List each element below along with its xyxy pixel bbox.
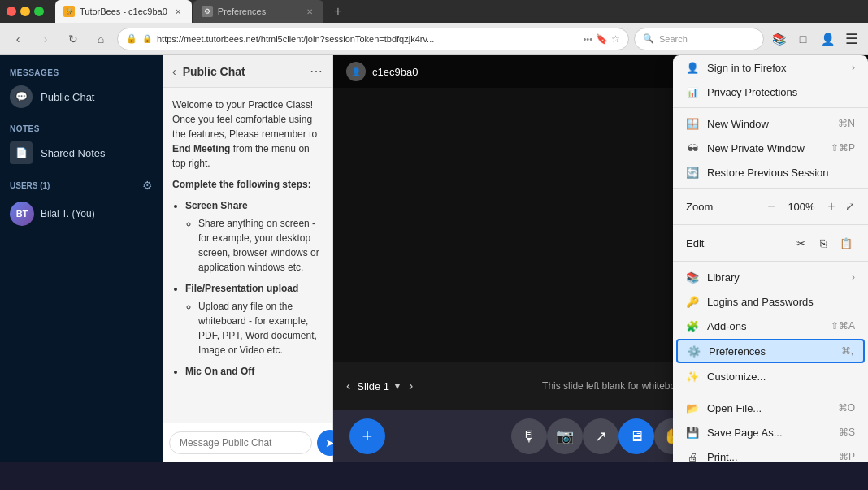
library-icon[interactable]: 📚 [769,29,788,49]
edit-controls: ✂ ⎘ 📋 [792,234,855,252]
menu-item-save-page[interactable]: 💾 Save Page As... ⌘S [673,420,868,444]
zoom-in-button[interactable]: + [822,197,840,215]
menu-item-library[interactable]: 📚 Library › [673,265,868,289]
chat-header-left: ‹ Public Chat [172,65,245,78]
chat-title: Public Chat [183,65,245,78]
save-page-label: Save Page As... [707,427,783,439]
video-user-icon: 👤 [346,62,366,81]
menu-item-private-window[interactable]: 🕶 New Private Window ⇧⌘P [673,136,868,160]
url-icons: ••• 🔖 ☆ [583,33,620,45]
menu-item-new-window-left: 🪟 New Window [686,117,769,130]
users-section-title: USERS (1) [10,181,50,190]
users-header: USERS (1) ⚙ [0,174,163,197]
traffic-lights [7,7,44,16]
steps-title: Complete the following steps: [172,177,323,192]
url-more-icon[interactable]: ••• [583,34,592,44]
zoom-expand-icon[interactable]: ⤢ [845,200,855,213]
screenshare-button[interactable]: ↗ [583,418,618,454]
menu-item-signin[interactable]: 👤 Sign in to Firefox › [673,55,868,80]
tab-preferences[interactable]: ⚙ Preferences ✕ [193,0,323,23]
chat-input[interactable] [169,431,312,454]
zoom-controls: − 100% + ⤢ [762,197,855,215]
zoom-label-left: Zoom [686,201,713,213]
star-icon[interactable]: ☆ [611,33,620,45]
menu-item-restore[interactable]: 🔄 Restore Previous Session [673,160,868,184]
profile-icon[interactable]: 👤 [818,29,837,49]
mic-button[interactable]: 🎙 [511,418,547,454]
chat-back-icon[interactable]: ‹ [172,65,176,78]
chat-options-icon[interactable]: ⋯ [310,63,323,79]
add-button[interactable]: + [349,418,385,454]
menu-item-print[interactable]: 🖨 Print... ⌘P [673,444,868,462]
sidebar-item-public-chat[interactable]: 💬 Public Chat [0,80,163,113]
slide-prev-arrow[interactable]: ‹ [346,379,350,393]
menu-icon[interactable]: ☰ [842,29,861,49]
list-item-screen-share: Screen Share Share anything on screen - … [185,198,323,275]
tab-title-tutorbees: TutorBees - c1ec9ba0 [80,7,167,16]
divider-5 [673,392,868,392]
tab-tutorbees[interactable]: 🐝 TutorBees - c1ec9ba0 ✕ [55,0,192,23]
bookmark-icon[interactable]: 🔖 [596,33,608,45]
back-button[interactable]: ‹ [7,28,29,50]
minimize-button[interactable] [20,7,30,16]
menu-item-private-window-left: 🕶 New Private Window [686,141,805,154]
open-file-shortcut: ⌘O [838,402,855,414]
notes-section-title: NOTES [10,124,153,133]
signin-icon: 👤 [686,61,699,74]
camera-button[interactable]: 📷 [547,418,583,454]
cut-button[interactable]: ✂ [792,234,809,252]
open-file-label: Open File... [707,402,762,414]
private-window-shortcut: ⇧⌘P [831,142,855,154]
addons-shortcut: ⇧⌘A [831,320,855,332]
zoom-out-button[interactable]: − [762,197,780,215]
search-bar[interactable]: 🔍 Search [634,28,764,50]
home-button[interactable]: ⌂ [89,28,112,50]
list-item-file-upload-detail: Upload any file on the whiteboard - for … [198,299,323,358]
slide-dropdown-icon[interactable]: ▼ [393,380,402,392]
print-icon: 🖨 [686,450,699,462]
menu-item-logins[interactable]: 🔑 Logins and Passwords [673,289,868,314]
menu-item-customize[interactable]: ✨ Customize... [673,364,868,388]
search-placeholder: Search [659,34,688,44]
reload-button[interactable]: ↻ [62,28,85,50]
restore-label: Restore Previous Session [707,167,829,179]
logins-icon: 🔑 [686,295,699,308]
user-item-bilal: BT Bilal T. (You) [0,197,163,231]
tab-close-tutorbees[interactable]: ✕ [172,6,184,17]
url-text: https://meet.tutorbees.net/html5client/j… [157,34,578,44]
restore-icon: 🔄 [686,166,699,179]
divider-2 [673,188,868,189]
menu-item-open-file[interactable]: 📂 Open File... ⌘O [673,396,868,420]
open-file-icon: 📂 [686,401,699,414]
slide-next-arrow[interactable]: › [409,379,413,393]
new-tab-button[interactable]: + [327,0,349,23]
divider-3 [673,224,868,225]
session-id: c1ec9ba0 [372,66,418,78]
copy-button[interactable]: ⎘ [814,234,832,252]
menu-item-addons[interactable]: 🧩 Add-ons ⇧⌘A [673,314,868,338]
main-content: MESSAGES 💬 Public Chat NOTES 📄 Shared No… [0,55,868,462]
menu-item-library-left: 📚 Library [686,271,740,284]
pocket-icon[interactable]: □ [793,29,813,49]
paste-button[interactable]: 📋 [837,234,855,252]
tab-close-preferences[interactable]: ✕ [304,6,315,17]
presentation-button[interactable]: 🖥 [618,418,654,454]
menu-item-open-file-left: 📂 Open File... [686,401,762,414]
maximize-button[interactable] [34,7,44,16]
menu-item-new-window[interactable]: 🪟 New Window ⌘N [673,111,868,136]
close-button[interactable] [7,7,16,16]
save-page-icon: 💾 [686,426,699,439]
menu-item-customize-left: ✨ Customize... [686,370,766,383]
chat-input-area: ➤ [163,423,332,462]
customize-label: Customize... [707,371,766,383]
menu-item-preferences[interactable]: ⚙️ Preferences ⌘, [676,339,865,363]
signin-arrow: › [852,62,855,73]
settings-icon[interactable]: ⚙ [142,179,153,192]
https-icon: 🔒 [142,34,152,43]
sidebar-item-shared-notes[interactable]: 📄 Shared Notes [0,137,163,169]
menu-item-privacy[interactable]: 📊 Privacy Protections [673,80,868,104]
nav-bar: ‹ › ↻ ⌂ 🔒 🔒 https://meet.tutorbees.net/h… [0,23,868,55]
forward-button[interactable]: › [34,28,57,50]
url-bar[interactable]: 🔒 🔒 https://meet.tutorbees.net/html5clie… [117,28,629,50]
menu-item-save-page-left: 💾 Save Page As... [686,426,783,439]
